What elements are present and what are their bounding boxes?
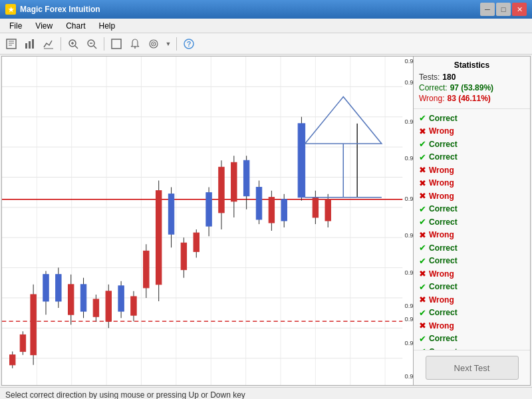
wrong-value: 83 (46.11%) — [447, 94, 490, 103]
result-label: Correct — [429, 216, 458, 228]
chart2-icon — [43, 38, 55, 50]
list-item: ✔Correct — [419, 215, 525, 229]
svg-text:0.9295: 0.9295 — [404, 155, 413, 162]
svg-rect-69 — [68, 285, 74, 315]
status-text: Select correct direction by using mouse … — [5, 390, 245, 400]
svg-text:0.9310: 0.9310 — [404, 118, 413, 125]
correct-row: Correct: 97 (53.89%) — [419, 83, 525, 92]
titlebar: ★ Magic Forex Intuition ─ □ ✕ — [0, 0, 532, 19]
svg-rect-59 — [10, 355, 15, 365]
toolbar-dropdown[interactable]: ▼ — [164, 36, 173, 52]
svg-rect-15 — [112, 39, 121, 49]
toolbar: ▼ ? — [0, 33, 532, 55]
svg-point-17 — [134, 47, 136, 49]
zoom-in-icon — [67, 38, 79, 50]
menu-help[interactable]: Help — [92, 20, 122, 32]
svg-rect-89 — [194, 233, 199, 251]
list-item: ✖Wrong — [419, 164, 525, 177]
toolbar-new[interactable] — [3, 36, 20, 52]
right-panel: Statistics Tests: 180 Correct: 97 (53.89… — [414, 57, 530, 385]
zoom-out-icon — [86, 38, 98, 50]
list-item: ✖Wrong — [419, 267, 525, 281]
toolbar-help[interactable]: ? — [180, 36, 198, 52]
result-label: Correct — [429, 307, 458, 319]
list-item: ✔Correct — [419, 255, 525, 268]
check-icon: ✔ — [419, 112, 426, 125]
menu-file[interactable]: File — [3, 20, 29, 32]
menubar: File View Chart Help — [0, 19, 532, 33]
x-icon: ✖ — [419, 319, 426, 332]
svg-rect-5 — [29, 41, 31, 49]
result-label: Correct — [429, 242, 458, 254]
main-content: 0.9331 0.9325 0.9310 0.9295 0.9281 0.926… — [1, 56, 531, 386]
result-label: Correct — [429, 138, 458, 150]
check-icon: ✔ — [419, 138, 426, 151]
menu-chart[interactable]: Chart — [59, 20, 92, 32]
chart-area[interactable]: 0.9331 0.9325 0.9310 0.9295 0.9281 0.926… — [2, 57, 414, 385]
list-item: ✔Correct — [419, 241, 525, 255]
wrong-row: Wrong: 83 (46.11%) — [419, 94, 525, 103]
menu-view[interactable]: View — [29, 20, 59, 32]
check-icon: ✔ — [419, 215, 426, 229]
result-label: Wrong — [429, 177, 454, 189]
result-label: Correct — [429, 151, 458, 163]
target-icon — [148, 38, 160, 50]
close-button[interactable]: ✕ — [512, 3, 527, 16]
svg-line-13 — [94, 46, 96, 49]
svg-rect-71 — [80, 285, 86, 311]
toolbar-zoom-out[interactable] — [83, 36, 100, 52]
toolbar-bell[interactable] — [126, 36, 144, 52]
check-icon: ✔ — [419, 307, 426, 320]
result-label: Correct — [429, 332, 458, 344]
statistics-panel: Statistics Tests: 180 Correct: 97 (53.89… — [414, 57, 530, 109]
results-list: ✔Correct✖Wrong✔Correct✔Correct✖Wrong✖Wro… — [414, 109, 530, 350]
svg-text:0.9250: 0.9250 — [404, 269, 413, 276]
result-label: Wrong — [429, 294, 454, 306]
list-item: ✔Correct — [419, 151, 525, 164]
next-test-button[interactable]: Next Test — [426, 356, 519, 380]
svg-rect-77 — [118, 286, 124, 311]
toolbar-chart2[interactable] — [40, 36, 57, 52]
svg-rect-97 — [243, 160, 249, 196]
list-item: ✔Correct — [419, 345, 525, 350]
result-label: Wrong — [429, 320, 454, 332]
chart-svg: 0.9331 0.9325 0.9310 0.9295 0.9281 0.926… — [2, 57, 413, 385]
check-icon: ✔ — [419, 203, 426, 216]
check-icon: ✔ — [419, 281, 426, 294]
result-label: Wrong — [429, 164, 454, 176]
check-icon: ✔ — [419, 255, 426, 268]
svg-rect-95 — [231, 162, 237, 201]
maximize-button[interactable]: □ — [496, 3, 511, 16]
check-icon: ✔ — [419, 332, 426, 346]
help-icon: ? — [183, 38, 195, 50]
x-icon: ✖ — [419, 177, 426, 190]
result-label: Wrong — [429, 268, 454, 280]
svg-rect-0 — [7, 39, 16, 49]
result-label: Correct — [429, 255, 458, 267]
x-icon: ✖ — [419, 267, 426, 281]
statusbar: Select correct direction by using mouse … — [0, 387, 532, 399]
toolbar-t1[interactable] — [108, 36, 125, 52]
svg-text:0.9281: 0.9281 — [404, 196, 413, 202]
svg-rect-105 — [298, 124, 305, 198]
statistics-title: Statistics — [419, 61, 525, 70]
list-item: ✔Correct — [419, 332, 525, 346]
result-label: Wrong — [429, 125, 454, 137]
list-item: ✔Correct — [419, 112, 525, 125]
minimize-button[interactable]: ─ — [480, 3, 495, 16]
svg-rect-87 — [181, 243, 186, 269]
tests-value: 180 — [442, 72, 456, 82]
svg-text:?: ? — [187, 40, 192, 48]
svg-rect-75 — [106, 291, 111, 321]
svg-rect-81 — [144, 251, 149, 287]
toolbar-sep1 — [61, 37, 61, 51]
toolbar-zoom-in[interactable] — [65, 36, 82, 52]
x-icon: ✖ — [419, 293, 426, 307]
svg-rect-65 — [43, 275, 49, 301]
svg-rect-73 — [93, 299, 98, 317]
svg-rect-93 — [219, 167, 224, 213]
toolbar-target[interactable] — [145, 36, 162, 52]
toolbar-chart1[interactable] — [21, 36, 39, 52]
svg-rect-99 — [256, 188, 261, 219]
correct-label: Correct: — [419, 83, 448, 92]
